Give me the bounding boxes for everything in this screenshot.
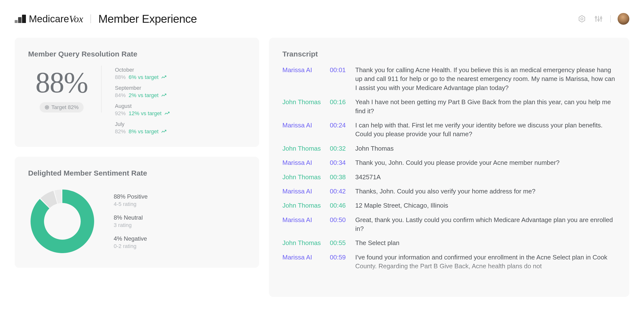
legend-sub: 4-5 rating bbox=[114, 201, 148, 208]
month-row: October 88% 6% vs target bbox=[115, 67, 170, 80]
transcript-speaker: John Thomas bbox=[282, 238, 324, 247]
transcript-row: Marissa AI00:50Great, thank you. Lastly … bbox=[282, 216, 616, 233]
transcript-row: Marissa AI00:24I can help with that. Fir… bbox=[282, 121, 616, 139]
legend-sub: 0-2 rating bbox=[114, 243, 148, 250]
legend-item-negative: 4% Negative 0-2 rating bbox=[114, 235, 148, 250]
resolution-title: Member Query Resolution Rate bbox=[28, 50, 246, 58]
month-pct: 82% bbox=[115, 128, 126, 135]
legend-item-neutral: 8% Neutral 3 rating bbox=[114, 214, 148, 228]
svg-point-1 bbox=[581, 18, 583, 20]
content: Member Query Resolution Rate 88% Target … bbox=[0, 33, 644, 302]
transcript-speaker: Marissa AI bbox=[282, 187, 324, 196]
month-values: 84% 2% vs target bbox=[115, 92, 170, 98]
svg-point-5 bbox=[598, 19, 599, 21]
brand-logo[interactable]: MedicareVox bbox=[15, 13, 83, 25]
logo-mountain-icon bbox=[15, 15, 26, 23]
resolution-body: 88% Target 82% October 88% 6% vs target bbox=[28, 66, 246, 135]
month-pct: 88% bbox=[115, 74, 126, 80]
transcript-row: John Thomas00:16Yeah I have not been get… bbox=[282, 98, 616, 116]
transcript-timestamp: 00:38 bbox=[330, 173, 350, 182]
month-values: 92% 12% vs target bbox=[115, 110, 170, 117]
month-row: August 92% 12% vs target bbox=[115, 103, 170, 117]
month-delta: 6% vs target bbox=[128, 74, 158, 80]
month-values: 82% 8% vs target bbox=[115, 128, 170, 135]
svg-point-3 bbox=[595, 17, 597, 18]
sentiment-donut-chart bbox=[28, 187, 96, 256]
transcript-timestamp: 00:24 bbox=[330, 121, 350, 139]
header-divider-2 bbox=[610, 15, 611, 22]
transcript-message: Thank you, John. Could you please provid… bbox=[355, 158, 616, 167]
transcript-card: Transcript Marissa AI00:01Thank you for … bbox=[269, 38, 629, 297]
month-name: September bbox=[115, 85, 170, 91]
transcript-speaker: Marissa AI bbox=[282, 216, 324, 233]
month-values: 88% 6% vs target bbox=[115, 74, 170, 80]
transcript-timestamp: 00:59 bbox=[330, 253, 350, 271]
avatar[interactable] bbox=[618, 13, 629, 25]
brand-name: MedicareVox bbox=[29, 13, 83, 25]
header-right bbox=[577, 13, 629, 25]
month-name: October bbox=[115, 67, 170, 73]
target-circle-icon bbox=[44, 105, 50, 110]
month-delta: 8% vs target bbox=[128, 128, 158, 135]
transcript-message: I've found your information and confirme… bbox=[355, 253, 616, 271]
resolution-card: Member Query Resolution Rate 88% Target … bbox=[15, 38, 259, 147]
transcript-timestamp: 00:55 bbox=[330, 238, 350, 247]
transcript-list: Marissa AI00:01Thank you for calling Acn… bbox=[282, 66, 616, 271]
sliders-icon[interactable] bbox=[594, 14, 604, 24]
legend-label: 88% Positive bbox=[114, 193, 148, 200]
svg-point-10 bbox=[47, 107, 48, 108]
month-delta: 2% vs target bbox=[128, 92, 158, 98]
transcript-row: Marissa AI00:34Thank you, John. Could yo… bbox=[282, 158, 616, 167]
transcript-message: John Thomas bbox=[355, 144, 616, 153]
transcript-speaker: John Thomas bbox=[282, 144, 324, 153]
transcript-speaker: Marissa AI bbox=[282, 158, 324, 167]
transcript-speaker: John Thomas bbox=[282, 173, 324, 182]
target-label: Target 82% bbox=[51, 104, 78, 110]
sentiment-legend: 88% Positive 4-5 rating 8% Neutral 3 rat… bbox=[114, 193, 148, 250]
transcript-row: John Thomas00:38342571A bbox=[282, 173, 616, 182]
transcript-timestamp: 00:50 bbox=[330, 216, 350, 233]
transcript-timestamp: 00:46 bbox=[330, 201, 350, 210]
trend-up-icon bbox=[161, 128, 166, 135]
transcript-timestamp: 00:34 bbox=[330, 158, 350, 167]
transcript-speaker: John Thomas bbox=[282, 201, 324, 210]
months-list: October 88% 6% vs target September 84% bbox=[115, 66, 170, 135]
target-icon[interactable] bbox=[577, 14, 587, 24]
transcript-timestamp: 00:42 bbox=[330, 187, 350, 196]
transcript-speaker: Marissa AI bbox=[282, 66, 324, 92]
page-title: Member Experience bbox=[98, 12, 197, 26]
transcript-speaker: John Thomas bbox=[282, 98, 324, 116]
transcript-row: John Thomas00:55The Select plan bbox=[282, 238, 616, 247]
transcript-title: Transcript bbox=[282, 50, 616, 58]
transcript-message: The Select plan bbox=[355, 238, 616, 247]
resolution-value: 88% bbox=[36, 68, 88, 97]
svg-marker-0 bbox=[579, 16, 584, 22]
trend-up-icon bbox=[161, 74, 166, 80]
header-divider bbox=[90, 14, 91, 23]
transcript-timestamp: 00:01 bbox=[330, 66, 350, 92]
transcript-row: Marissa AI00:59I've found your informati… bbox=[282, 253, 616, 271]
transcript-timestamp: 00:16 bbox=[330, 98, 350, 116]
header: MedicareVox Member Experience bbox=[0, 0, 644, 33]
month-pct: 84% bbox=[115, 92, 126, 98]
transcript-message: Thanks, John. Could you also verify your… bbox=[355, 187, 616, 196]
transcript-row: John Thomas00:32John Thomas bbox=[282, 144, 616, 153]
transcript-message: I can help with that. First let me verif… bbox=[355, 121, 616, 139]
transcript-speaker: Marissa AI bbox=[282, 253, 324, 271]
sentiment-title: Delighted Member Sentiment Rate bbox=[28, 169, 246, 177]
legend-item-positive: 88% Positive 4-5 rating bbox=[114, 193, 148, 208]
transcript-row: Marissa AI00:42Thanks, John. Could you a… bbox=[282, 187, 616, 196]
sentiment-card: Delighted Member Sentiment Rate 88% Posi… bbox=[15, 157, 259, 268]
trend-up-icon bbox=[164, 110, 170, 117]
month-name: August bbox=[115, 103, 170, 109]
header-left: MedicareVox Member Experience bbox=[15, 12, 197, 26]
svg-point-7 bbox=[600, 17, 602, 19]
transcript-timestamp: 00:32 bbox=[330, 144, 350, 153]
sentiment-body: 88% Positive 4-5 rating 8% Neutral 3 rat… bbox=[28, 185, 246, 256]
transcript-row: John Thomas00:4612 Maple Street, Chicago… bbox=[282, 201, 616, 210]
transcript-row: Marissa AI00:01Thank you for calling Acn… bbox=[282, 66, 616, 92]
legend-sub: 3 rating bbox=[114, 222, 148, 228]
transcript-message: Great, thank you. Lastly could you confi… bbox=[355, 216, 616, 233]
month-row: July 82% 8% vs target bbox=[115, 121, 170, 135]
month-row: September 84% 2% vs target bbox=[115, 85, 170, 98]
